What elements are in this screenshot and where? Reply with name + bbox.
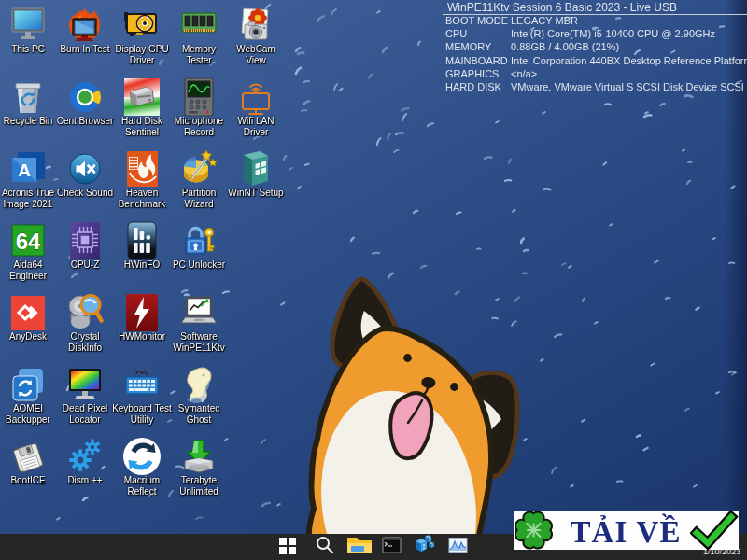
svg-text:64: 64	[16, 229, 41, 254]
svg-text:A: A	[18, 161, 31, 180]
